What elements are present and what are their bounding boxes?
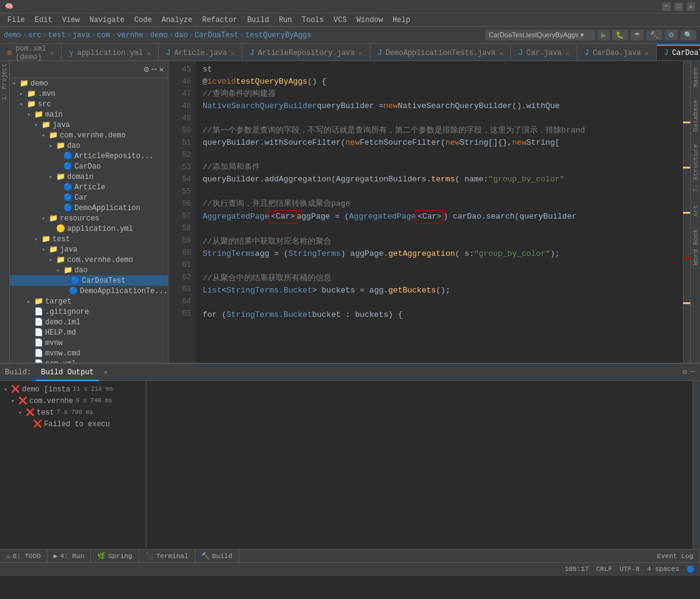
bc-java[interactable]: java <box>73 31 90 40</box>
minimize-button[interactable]: ─ <box>662 2 671 11</box>
status-indent[interactable]: 4 spaces <box>647 565 679 573</box>
bc-src[interactable]: src <box>28 31 41 40</box>
build-tree-item-Failed_to_execu[interactable]: ❌Failed to execu <box>0 418 146 430</box>
tree-item-mvnw_cmd[interactable]: 📄mvnw.cmd <box>10 348 168 358</box>
bc-com[interactable]: com <box>97 31 110 40</box>
build-tree-item-test[interactable]: ▾❌test7 s 700 ms <box>0 407 146 418</box>
tree-item-Article[interactable]: 🔵Article <box>10 182 168 192</box>
bc-cardoatest[interactable]: CarDoaTest <box>195 31 239 40</box>
menu-file[interactable]: File <box>2 13 30 27</box>
tab-article-java[interactable]: J Article.java ✕ <box>159 45 242 60</box>
build-tree-item-demo__insta[interactable]: ▾❌demo [insta11 s 218 ms <box>0 383 146 395</box>
window-controls[interactable]: ─ □ ✕ <box>662 2 695 11</box>
tab-car-java[interactable]: J Car.java ✕ <box>511 45 577 60</box>
tree-item-test[interactable]: ▾📁test <box>10 234 168 244</box>
menu-edit[interactable]: Edit <box>30 13 57 27</box>
build-scrollbar[interactable] <box>693 381 700 549</box>
settings-button[interactable]: ⚙ <box>665 30 678 40</box>
status-line-ending[interactable]: CRLF <box>596 565 612 573</box>
tree-item-src[interactable]: ▾📁src <box>10 99 168 109</box>
status-encoding[interactable]: UTF-8 <box>619 565 640 573</box>
bc-demo[interactable]: demo <box>4 31 21 40</box>
close-pom[interactable]: ✕ <box>50 49 54 57</box>
run-config-selector[interactable]: CarDoaTest.testQueryByAggs ▾ <box>485 30 595 40</box>
menu-navigate[interactable]: Navigate <box>84 13 129 27</box>
close-artrepo[interactable]: ✕ <box>358 49 363 57</box>
bc-dao[interactable]: dao <box>175 31 188 40</box>
bc-vernhe[interactable]: vernhe <box>117 31 143 40</box>
tree-item-resources[interactable]: ▾📁resources <box>10 213 168 223</box>
tab-demo-tests[interactable]: J DemoApplicationTests.java ✕ <box>370 45 511 60</box>
tab-cardao-java[interactable]: J CarDao.java ✕ <box>577 45 657 60</box>
panel-settings-icon[interactable]: ⚙ <box>683 368 687 377</box>
tree-item-DemoApplication[interactable]: 🔵DemoApplication <box>10 203 168 213</box>
tree-item-DemoApplicationTe___[interactable]: 🔵DemoApplicationTe... <box>10 286 168 296</box>
tree-item-java[interactable]: ▾📁java <box>10 120 168 130</box>
bc-test[interactable]: test <box>48 31 66 40</box>
close-demotests[interactable]: ✕ <box>499 49 503 57</box>
close-yml[interactable]: ✕ <box>146 49 151 57</box>
menu-view[interactable]: View <box>57 13 85 27</box>
todo-tab[interactable]: ⚠ 6: TODO <box>0 550 48 563</box>
terminal-tab[interactable]: ⬛ Terminal <box>139 550 195 563</box>
bc-method[interactable]: testQueryByAggs <box>245 31 311 40</box>
tree-item-HELP_md[interactable]: 📄HELP.md <box>10 327 168 338</box>
tree-item-CarDao[interactable]: 🔵CarDao <box>10 161 168 172</box>
tree-item-pom_xml[interactable]: 📄pom.xml <box>10 358 168 363</box>
close-cardao[interactable]: ✕ <box>644 49 649 57</box>
tab-article-repo[interactable]: J ArticleRepository.java ✕ <box>242 45 370 60</box>
run-button[interactable]: ▶ <box>597 30 610 40</box>
tree-item-java[interactable]: ▾📁java <box>10 244 168 255</box>
tree-item-CarDoaTest[interactable]: 🔵CarDoaTest <box>10 275 168 286</box>
tab-application-yml[interactable]: y application.yml ✕ <box>62 45 159 60</box>
tree-item-com_vernhe_demo[interactable]: ▾📁com.vernhe.demo <box>10 130 168 140</box>
structure-tab[interactable]: 7: Structure <box>691 138 701 198</box>
art-tab[interactable]: Art <box>691 198 701 223</box>
tree-item-application_yml[interactable]: 🟡application.yml <box>10 223 168 234</box>
menu-analyze[interactable]: Analyze <box>157 13 197 27</box>
panel-minimize-icon[interactable]: ─ <box>691 368 695 377</box>
menu-build[interactable]: Build <box>242 13 274 27</box>
run-tab[interactable]: ▶ 4: Run <box>48 550 91 563</box>
search-everywhere[interactable]: 🔍 <box>680 30 696 40</box>
tab-cardoatest-java[interactable]: J CarDoaTest.java ✕ <box>657 45 700 60</box>
build-output-tab[interactable]: Build Output <box>36 364 98 381</box>
tree-item-demo_iml[interactable]: 📄demo.iml <box>10 317 168 327</box>
coverage-button[interactable]: ☂ <box>630 30 644 40</box>
tree-item-domain[interactable]: ▾📁domain <box>10 172 168 182</box>
build-tab[interactable]: 🔨 Build <box>195 550 239 563</box>
tree-item-com_vernhe_demo[interactable]: ▾📁com.vernhe.demo <box>10 255 168 265</box>
menu-help[interactable]: Help <box>388 13 415 27</box>
maven-tab[interactable]: Maven <box>691 61 701 93</box>
tree-item-Car[interactable]: 🔵Car <box>10 192 168 203</box>
build-label[interactable]: Build: <box>5 368 31 377</box>
sidebar-expand-icon[interactable]: ↔ <box>151 64 156 74</box>
menu-run[interactable]: Run <box>274 13 297 27</box>
wordbook-tab[interactable]: Word Book <box>691 223 701 271</box>
spring-tab[interactable]: 🌿 Spring <box>91 550 139 563</box>
tree-item-_mvn[interactable]: ▸📁.mvn <box>10 89 168 99</box>
project-strip-label[interactable]: 1: Project <box>1 64 8 100</box>
build-tree-item-com_vernhe[interactable]: ▾❌com.vernhe9 s 740 ms <box>0 395 146 407</box>
menu-vcs[interactable]: VCS <box>329 13 352 27</box>
menu-code[interactable]: Code <box>129 13 157 27</box>
tree-item-mvnw[interactable]: 📄mvnw <box>10 338 168 348</box>
close-build-tab[interactable]: ✕ <box>104 368 108 376</box>
event-log-tab[interactable]: Event Log <box>651 550 700 563</box>
tab-pom-xml[interactable]: m pom.xml (demo) ✕ <box>0 45 62 60</box>
tree-item-demo[interactable]: ▾📁demo <box>10 78 168 89</box>
code-editor[interactable]: 4546474849505152535455565758596061626364… <box>168 61 690 363</box>
tree-item-_gitignore[interactable]: 📄.gitignore <box>10 307 168 317</box>
database-tab[interactable]: Database <box>691 93 701 138</box>
tree-item-dao[interactable]: ▾📁dao <box>10 140 168 151</box>
close-car[interactable]: ✕ <box>565 49 569 57</box>
debug-button[interactable]: 🐛 <box>612 30 628 40</box>
maximize-button[interactable]: □ <box>674 2 683 11</box>
tree-item-target[interactable]: ▸📁target <box>10 296 168 307</box>
menu-refactor[interactable]: Refactor <box>197 13 242 27</box>
tree-item-ArticleReposito___[interactable]: 🔵ArticleReposito... <box>10 151 168 161</box>
bc-demo2[interactable]: demo <box>150 31 168 40</box>
sidebar-settings-icon[interactable]: ⚙ <box>144 64 149 74</box>
sidebar-close-icon[interactable]: ✕ <box>159 64 164 74</box>
close-button[interactable]: ✕ <box>687 2 695 11</box>
